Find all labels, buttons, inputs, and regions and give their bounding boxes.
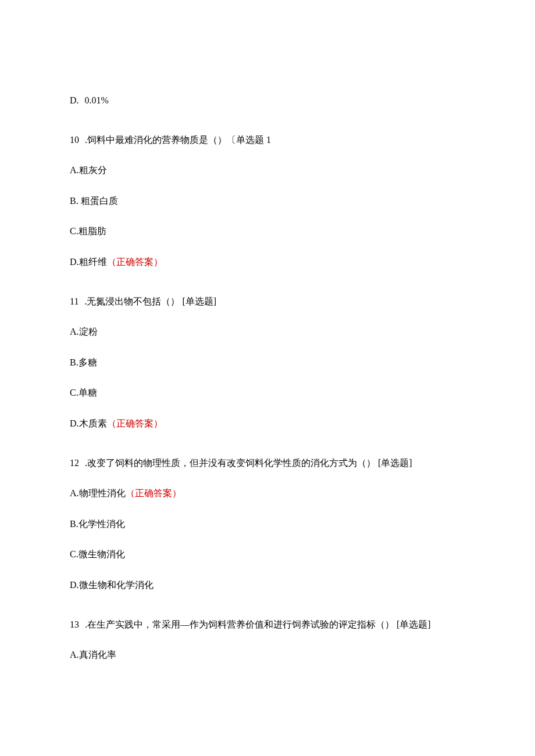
question-number: 12 (70, 458, 79, 468)
option-line: A.粗灰分 (70, 163, 465, 178)
question-number: 13 (70, 619, 79, 629)
option-line: A.真消化率 (70, 647, 465, 662)
option-text: 物理性消化 (79, 488, 126, 498)
question-text: .无氮浸出物不包括（） [单选题] (84, 296, 216, 306)
option-letter: A. (70, 488, 79, 498)
option-text: 粗纤维 (79, 257, 107, 267)
document-page: D.0.01% 10.饲料中最难消化的营养物质是（）〔单选题 1A.粗灰分B. … (0, 0, 535, 756)
option-line: B.化学性消化 (70, 517, 465, 532)
option-text: 0.01% (85, 95, 109, 105)
option-letter: D. (70, 418, 79, 428)
question-stem: 12.改变了饲料的物理性质，但并没有改变饲料化学性质的消化方式为（） [单选题] (70, 456, 465, 471)
option-letter: C. (70, 549, 79, 559)
option-text: 单糖 (79, 388, 97, 397)
option-text: 化学性消化 (79, 519, 125, 529)
questions-container: 10.饲料中最难消化的营养物质是（）〔单选题 1A.粗灰分B. 粗蛋白质C.粗脂… (70, 132, 465, 662)
correct-answer-label: （正确答案） (107, 418, 163, 428)
option-text: 木质素 (79, 418, 107, 428)
question-text: .在生产实践中，常采用—作为饲料营养价值和进行饲养试验的评定指标（） [单选题] (85, 619, 431, 629)
question-number: 10 (70, 135, 79, 145)
question-text: .改变了饲料的物理性质，但并没有改变饲料化学性质的消化方式为（） [单选题] (85, 458, 412, 468)
option-line: B.多糖 (70, 355, 465, 370)
option-line: D.粗纤维（正确答案） (70, 255, 465, 270)
option-text: 粗灰分 (79, 165, 107, 175)
option-text: 淀粉 (79, 327, 98, 336)
option-line: C.粗脂肪 (70, 224, 465, 239)
option-line: C.微生物消化 (70, 547, 465, 562)
option-line: D.木质素（正确答案） (70, 416, 465, 431)
question-stem: 10.饲料中最难消化的营养物质是（）〔单选题 1 (70, 132, 465, 148)
option-letter: D. (70, 95, 79, 105)
question-stem: 13.在生产实践中，常采用—作为饲料营养价值和进行饲养试验的评定指标（） [单选… (70, 617, 465, 632)
option-line: A.淀粉 (70, 324, 465, 339)
question-text: .饲料中最难消化的营养物质是（）〔单选题 1 (85, 135, 271, 145)
option-letter: C. (70, 226, 79, 236)
option-text: 微生物消化 (79, 549, 125, 559)
option-letter: A. (70, 165, 79, 175)
option-text: 真消化率 (79, 650, 116, 660)
option-line: A.物理性消化（正确答案） (70, 486, 465, 501)
option-letter: B. (70, 519, 79, 529)
option-line: D.微生物和化学消化 (70, 578, 465, 593)
option-letter: B. (70, 357, 79, 367)
option-letter: D. (70, 257, 79, 267)
option-letter: A. (70, 327, 79, 336)
question-number: 11 (70, 296, 79, 306)
option-text: 粗脂肪 (79, 226, 106, 236)
option-text: 粗蛋白质 (81, 196, 118, 206)
option-letter: D. (70, 580, 79, 590)
option-text: 微生物和化学消化 (79, 580, 154, 590)
option-text: 多糖 (79, 357, 97, 367)
question-stem: 11.无氮浸出物不包括（） [单选题] (70, 294, 465, 309)
correct-answer-label: （正确答案） (126, 488, 181, 498)
correct-answer-label: （正确答案） (107, 257, 163, 267)
option-line: D.0.01% (70, 93, 465, 108)
option-letter: C. (70, 388, 79, 397)
option-line: B. 粗蛋白质 (70, 194, 465, 209)
option-line: C.单糖 (70, 385, 465, 400)
option-letter: B. (70, 196, 81, 206)
option-letter: A. (70, 650, 79, 660)
